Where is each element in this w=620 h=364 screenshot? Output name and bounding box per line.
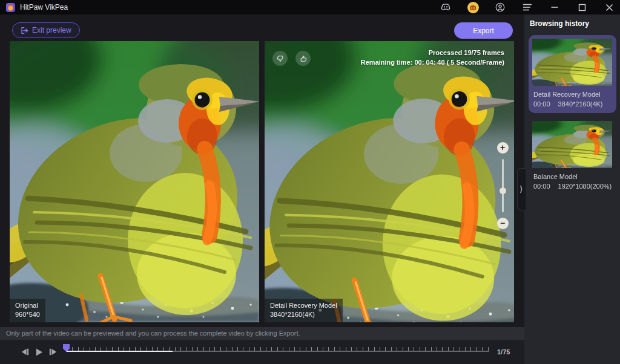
chevron-right-icon bbox=[519, 185, 524, 193]
remaining-time-text: Remaining time: 00: 04: 40 ( 5 Second/Fr… bbox=[361, 57, 504, 67]
app-window: HitPaw VikPea bbox=[0, 0, 620, 364]
history-meta: 00:00 1920*1080(200%) bbox=[532, 183, 613, 190]
account-icon[interactable] bbox=[494, 1, 506, 13]
timeline-track[interactable] bbox=[67, 351, 489, 352]
original-resolution: 960*540 bbox=[15, 310, 40, 319]
app-title: HitPaw VikPea bbox=[20, 3, 68, 11]
history-model-name: Detail Recovery Model bbox=[532, 91, 613, 98]
next-frame-button[interactable] bbox=[47, 346, 58, 357]
exit-preview-label: Exit preview bbox=[32, 26, 71, 34]
thumbs-down-button[interactable] bbox=[272, 51, 288, 66]
history-meta: 00:00 3840*2160(4K) bbox=[532, 100, 613, 108]
process-info: Processed 19/75 frames Remaining time: 0… bbox=[361, 48, 504, 67]
enhanced-label: Detail Recovery Model 3840*2160(4K) bbox=[265, 299, 343, 322]
history-card-detail-recovery[interactable]: Detail Recovery Model 00:00 3840*2160(4K… bbox=[529, 35, 616, 113]
sidebar-title: Browsing history bbox=[530, 19, 589, 28]
feedback-buttons bbox=[272, 51, 311, 66]
original-preview-panel[interactable]: Original 960*540 bbox=[10, 41, 259, 322]
titlebar-icons bbox=[440, 0, 615, 15]
notice-text: Only part of the video can be previewed … bbox=[6, 330, 300, 337]
history-card-balance[interactable]: Balance Model 00:00 1920*1080(200%) bbox=[529, 117, 616, 195]
original-label: Original 960*540 bbox=[10, 299, 45, 322]
discord-icon[interactable] bbox=[440, 1, 452, 13]
history-time: 00:00 bbox=[533, 100, 550, 108]
browsing-history-sidebar: Browsing history Detail Recovery Model 0… bbox=[524, 15, 620, 364]
menu-icon[interactable] bbox=[521, 1, 533, 13]
original-name: Original bbox=[15, 301, 40, 310]
history-time: 00:00 bbox=[533, 183, 550, 190]
zoom-out-button[interactable]: − bbox=[497, 218, 509, 229]
app-logo-icon bbox=[6, 3, 15, 12]
main-area: Exit preview Export Original 960*540 bbox=[0, 15, 524, 364]
previous-frame-button[interactable] bbox=[20, 346, 31, 357]
maximize-button[interactable] bbox=[576, 1, 588, 13]
export-button[interactable]: Export bbox=[454, 22, 513, 39]
zoom-in-button[interactable]: + bbox=[497, 142, 509, 154]
gift-coin bbox=[467, 2, 479, 13]
notice-bar: Only part of the video can be previewed … bbox=[0, 327, 524, 340]
minimize-button[interactable] bbox=[549, 1, 561, 13]
exit-icon bbox=[21, 27, 28, 34]
sidebar-collapse-handle[interactable] bbox=[517, 168, 526, 210]
close-button[interactable] bbox=[603, 1, 615, 13]
enhanced-name: Detail Recovery Model bbox=[270, 301, 337, 310]
original-video-frame bbox=[10, 41, 259, 322]
zoom-slider-thumb[interactable] bbox=[500, 187, 506, 194]
timeline[interactable] bbox=[63, 342, 490, 360]
processed-frames-text: Processed 19/75 frames bbox=[361, 48, 504, 57]
enhanced-video-frame bbox=[265, 41, 514, 322]
titlebar: HitPaw VikPea bbox=[0, 0, 620, 15]
thumbs-up-button[interactable] bbox=[295, 51, 311, 66]
gift-icon[interactable] bbox=[467, 1, 479, 13]
enhanced-resolution: 3840*2160(4K) bbox=[270, 310, 337, 319]
history-resolution: 1920*1080(200%) bbox=[558, 183, 612, 190]
history-thumbnail bbox=[532, 39, 612, 86]
history-resolution: 3840*2160(4K) bbox=[558, 100, 603, 108]
zoom-slider-track[interactable] bbox=[502, 159, 504, 212]
enhanced-preview-panel[interactable]: Processed 19/75 frames Remaining time: 0… bbox=[265, 41, 514, 322]
zoom-control: + − bbox=[496, 142, 509, 229]
timeline-progress bbox=[67, 351, 173, 352]
frame-counter: 1/75 bbox=[497, 348, 510, 356]
history-model-name: Balance Model bbox=[532, 173, 613, 180]
history-thumbnail bbox=[532, 121, 612, 168]
play-button[interactable] bbox=[33, 346, 44, 357]
playback-bar: 1/75 bbox=[0, 340, 524, 364]
exit-preview-button[interactable]: Exit preview bbox=[12, 22, 80, 38]
